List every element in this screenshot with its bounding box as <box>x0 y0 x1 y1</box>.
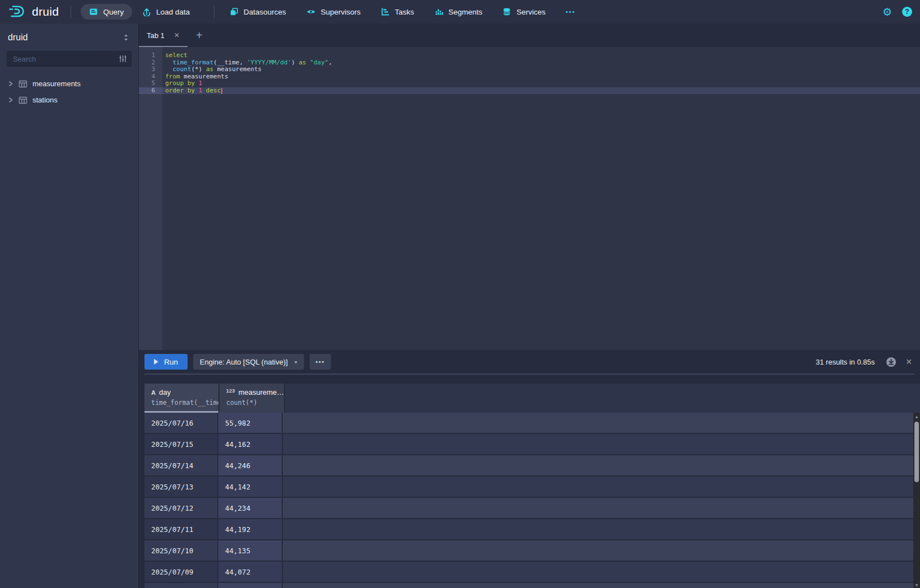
cell-day[interactable]: 2025/07/09 <box>144 562 218 583</box>
datasources-icon <box>230 7 239 16</box>
nav-item-load-data[interactable]: Load data <box>137 4 195 20</box>
table-row[interactable]: 2025/07/1344,142 <box>144 477 920 498</box>
cell-day[interactable]: 2025/07/11 <box>144 519 218 540</box>
editor-line[interactable]: 3 count(*) as measurements <box>139 66 920 73</box>
tree-item-stations[interactable]: stations <box>7 92 132 108</box>
navbar-items: Query Load data Datasources <box>81 4 590 20</box>
druid-logo-icon <box>8 3 27 20</box>
nav-item-segments[interactable]: Segments <box>429 4 488 20</box>
code-token: group by <box>165 80 195 87</box>
column-header-day[interactable]: A day time_format(__time,… <box>144 384 218 413</box>
sql-editor[interactable]: 1select2 time_format(__time, 'YYYY/MM/dd… <box>139 47 920 350</box>
load-data-icon <box>142 7 151 16</box>
nav-item-query[interactable]: Query <box>81 4 132 20</box>
cell-day[interactable]: 2025/07/12 <box>144 498 218 519</box>
tree-item-measurements[interactable]: measurements <box>7 76 132 92</box>
column-header-measurements[interactable]: 123 measureme… count(*) <box>220 384 284 413</box>
cell-measurements[interactable]: 44,135 <box>218 540 283 562</box>
nav-item-services[interactable]: Services <box>497 4 551 20</box>
cell-measurements[interactable]: 55,982 <box>218 413 283 434</box>
druid-brand[interactable]: druid <box>8 3 59 20</box>
tasks-icon <box>381 7 390 16</box>
download-results-icon[interactable] <box>886 357 896 367</box>
editor-line[interactable]: 6order by 1 desc <box>139 87 920 95</box>
scrollbar-thumb[interactable] <box>914 422 919 482</box>
filter-options-icon[interactable] <box>119 55 127 63</box>
table-icon <box>18 96 27 105</box>
tab-close-icon[interactable]: ✕ <box>174 31 180 39</box>
cell-measurements[interactable]: 44,162 <box>218 434 283 455</box>
cell-day[interactable] <box>144 583 218 588</box>
engine-select-button[interactable]: Engine: Auto [SQL (native)] ▾ <box>193 354 304 370</box>
cell-day[interactable]: 2025/07/14 <box>144 455 218 477</box>
code-token: as <box>206 66 213 73</box>
table-row[interactable]: 2025/07/1144,192 <box>144 519 920 540</box>
run-button[interactable]: Run <box>144 354 188 370</box>
nav-more-button[interactable]: ••• <box>560 5 581 18</box>
caret-down-icon: ▾ <box>295 359 297 365</box>
chevron-right-icon <box>8 97 13 103</box>
double-caret-vertical-icon <box>122 33 130 42</box>
cell-measurements[interactable]: 44,192 <box>218 519 283 540</box>
line-number: 2 <box>139 59 162 67</box>
cell-day[interactable]: 2025/07/16 <box>144 413 218 434</box>
line-number: 4 <box>139 73 162 81</box>
editor-line[interactable]: 5group by 1 <box>139 80 920 87</box>
cell-day[interactable]: 2025/07/13 <box>144 477 218 498</box>
query-workbench: Tab 1 ✕ + 1select2 time_format(__time, '… <box>139 24 920 588</box>
close-results-icon[interactable]: ✕ <box>905 357 912 366</box>
settings-gear-icon[interactable]: ⚙ <box>882 7 892 17</box>
row-filler <box>283 434 920 455</box>
editor-lines: 1select2 time_format(__time, 'YYYY/MM/dd… <box>139 47 920 94</box>
nav-item-label: Load data <box>156 8 190 16</box>
scroll-down-icon[interactable]: ▼ <box>913 581 920 588</box>
table-row[interactable] <box>144 583 920 588</box>
table-row[interactable]: 2025/07/1544,162 <box>144 434 920 455</box>
cell-measurements[interactable]: 44,142 <box>218 477 283 498</box>
nav-item-label: Segments <box>449 8 483 16</box>
results-divider <box>144 374 914 375</box>
table-row[interactable]: 2025/07/0944,072 <box>144 562 920 583</box>
table-row[interactable]: 2025/07/1044,135 <box>144 540 920 562</box>
cell-day[interactable]: 2025/07/10 <box>144 540 218 562</box>
add-tab-button[interactable]: + <box>188 24 211 47</box>
schema-selector[interactable]: druid <box>7 32 132 43</box>
query-icon <box>89 7 98 16</box>
row-filler <box>283 562 920 583</box>
results-table: A day time_format(__time,… 123 measureme… <box>144 384 920 588</box>
help-icon[interactable]: ? <box>902 7 912 17</box>
search-input[interactable] <box>7 51 132 67</box>
results-scrollbar[interactable]: ▲ ▼ <box>913 413 920 588</box>
nav-item-supervisors[interactable]: Supervisors <box>301 4 366 20</box>
code-token: (__time, <box>213 59 247 66</box>
code-token: ) <box>291 59 298 66</box>
scroll-up-icon[interactable]: ▲ <box>913 413 920 419</box>
navbar-divider <box>71 6 71 18</box>
table-row[interactable]: 2025/07/1655,982 <box>144 413 920 434</box>
nav-item-datasources[interactable]: Datasources <box>224 4 292 20</box>
query-more-button[interactable]: ••• <box>310 354 331 370</box>
row-filler <box>283 455 920 477</box>
code-token: , <box>328 59 332 66</box>
table-row[interactable]: 2025/07/1244,234 <box>144 498 920 519</box>
cell-day[interactable]: 2025/07/15 <box>144 434 218 455</box>
cell-measurements[interactable]: 44,072 <box>218 562 283 583</box>
navbar-right: ⚙ ? <box>882 7 912 17</box>
table-row[interactable]: 2025/07/1444,246 <box>144 455 920 477</box>
tree-item-label: stations <box>32 96 58 104</box>
code-token: time_format <box>172 59 213 66</box>
cell-measurements[interactable]: 44,234 <box>218 498 283 519</box>
column-name: measureme… <box>239 388 284 396</box>
results-summary: 31 results in 0.85s <box>816 358 875 366</box>
code-token: "day" <box>310 59 328 66</box>
column-expression: count(*) <box>226 399 284 407</box>
cell-measurements[interactable]: 44,246 <box>218 455 283 477</box>
cell-measurements[interactable] <box>218 583 283 588</box>
nav-item-tasks[interactable]: Tasks <box>375 4 420 20</box>
code-token: (*) <box>191 66 206 73</box>
line-number: 6 <box>139 87 162 95</box>
row-filler <box>283 540 920 562</box>
editor-line[interactable]: 4from measurements <box>139 73 920 81</box>
tab-tab1[interactable]: Tab 1 ✕ <box>139 24 188 47</box>
schema-name: druid <box>8 32 28 43</box>
